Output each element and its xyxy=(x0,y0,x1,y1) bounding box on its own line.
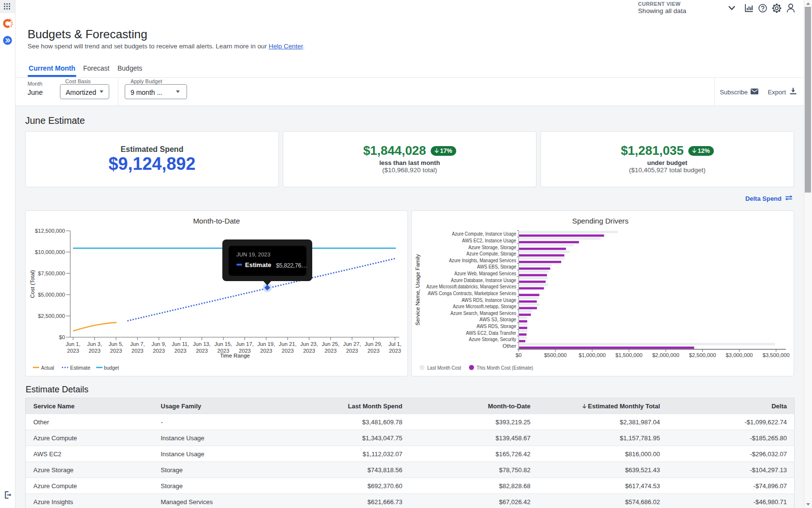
svg-text:$1,500,000: $1,500,000 xyxy=(615,352,642,358)
svg-text:Azure Compute, Storage: Azure Compute, Storage xyxy=(466,251,516,256)
svg-text:Jun 1,2023: Jun 1,2023 xyxy=(66,341,80,354)
svg-text:AWS RDS, Storage: AWS RDS, Storage xyxy=(477,323,516,329)
svg-text:Last Month Cost: Last Month Cost xyxy=(427,364,462,371)
svg-text:$7,500,000: $7,500,000 xyxy=(38,270,65,276)
svg-text:Jun 23,2023: Jun 23,2023 xyxy=(300,341,318,354)
svg-text:AWS RDS, Instance Usage: AWS RDS, Instance Usage xyxy=(462,297,516,303)
svg-text:Other: Other xyxy=(503,343,516,349)
svg-text:$2,500,000: $2,500,000 xyxy=(689,352,716,358)
svg-text:Jun 13,2023: Jun 13,2023 xyxy=(193,341,211,354)
svg-text:AWS EBS, Storage: AWS EBS, Storage xyxy=(477,264,516,269)
svg-text:Jul 1,2023: Jul 1,2023 xyxy=(389,341,402,354)
svg-text:Azure Insights, Managed Servic: Azure Insights, Managed Services xyxy=(449,257,516,263)
svg-text:Month-to-Date: Month-to-Date xyxy=(193,217,240,225)
svg-text:Jun 29,2023: Jun 29,2023 xyxy=(364,341,382,354)
svg-text:$2,500,000: $2,500,000 xyxy=(38,313,65,319)
svg-text:AWS EC2, Instance Usage: AWS EC2, Instance Usage xyxy=(462,238,516,243)
svg-text:Time Range: Time Range xyxy=(220,353,250,359)
svg-text:Spending Drivers: Spending Drivers xyxy=(572,217,629,225)
svg-text:$10,000,000: $10,000,000 xyxy=(35,249,65,255)
svg-text:Azure Microsoft.databricks, Ma: Azure Microsoft.databricks, Managed Serv… xyxy=(426,284,516,289)
svg-text:$3,500,000: $3,500,000 xyxy=(763,352,790,358)
svg-text:Jun 15,2023: Jun 15,2023 xyxy=(215,341,232,354)
svg-text:$3,000,000: $3,000,000 xyxy=(726,352,753,358)
svg-text:Jun 27,2023: Jun 27,2023 xyxy=(343,341,361,354)
svg-text:Actual: Actual xyxy=(41,364,54,371)
svg-text:AWS S3, Storage: AWS S3, Storage xyxy=(479,316,516,322)
svg-text:Azure Search, Managed Services: Azure Search, Managed Services xyxy=(450,310,516,316)
svg-text:Cost (Total): Cost (Total) xyxy=(29,270,35,298)
svg-text:Jun 25,2023: Jun 25,2023 xyxy=(322,341,340,354)
svg-text:Jun 9,2023: Jun 9,2023 xyxy=(152,341,166,354)
svg-text:$0: $0 xyxy=(59,334,65,340)
svg-text:budget: budget xyxy=(104,364,119,371)
svg-text:Jun 5,2023: Jun 5,2023 xyxy=(109,341,123,354)
svg-text:$2,000,000: $2,000,000 xyxy=(652,352,679,358)
svg-text:Azure Storage, Storage: Azure Storage, Storage xyxy=(468,244,516,250)
svg-text:Estimate: Estimate xyxy=(70,364,90,371)
svg-text:$500,000: $500,000 xyxy=(544,352,567,358)
svg-text:Azure Database, Instance Usage: Azure Database, Instance Usage xyxy=(451,277,516,283)
svg-text:$0: $0 xyxy=(516,352,522,358)
svg-text:Azure Microsoft.netapp, Storag: Azure Microsoft.netapp, Storage xyxy=(453,303,516,309)
svg-text:Jun 11,2023: Jun 11,2023 xyxy=(172,341,189,354)
svg-text:Azure Storage, Security: Azure Storage, Security xyxy=(469,336,516,342)
svg-text:Jun 21,2023: Jun 21,2023 xyxy=(279,341,297,354)
svg-text:AWS Conga Contracts, Marketpla: AWS Conga Contracts, Marketplace Service… xyxy=(428,290,516,296)
svg-text:This Month Cost (Estimate): This Month Cost (Estimate) xyxy=(477,364,533,371)
svg-text:Jun 17,2023: Jun 17,2023 xyxy=(236,341,254,354)
svg-text:AWS EC2, Data Transfer: AWS EC2, Data Transfer xyxy=(466,330,516,336)
svg-text:Jun 7,2023: Jun 7,2023 xyxy=(130,341,145,354)
svg-text:$5,000,000: $5,000,000 xyxy=(38,292,65,298)
svg-text:Jun 3,2023: Jun 3,2023 xyxy=(87,341,102,354)
svg-text:Azure Compute, Instance Usage: Azure Compute, Instance Usage xyxy=(452,231,516,237)
svg-text:$12,500,000: $12,500,000 xyxy=(35,228,65,234)
svg-text:Jun 19,2023: Jun 19,2023 xyxy=(257,341,275,354)
svg-text:Service Name, Usage Family: Service Name, Usage Family xyxy=(415,254,420,326)
svg-text:$1,000,000: $1,000,000 xyxy=(579,352,606,358)
svg-text:Azure Web, Managed Services: Azure Web, Managed Services xyxy=(454,270,516,276)
